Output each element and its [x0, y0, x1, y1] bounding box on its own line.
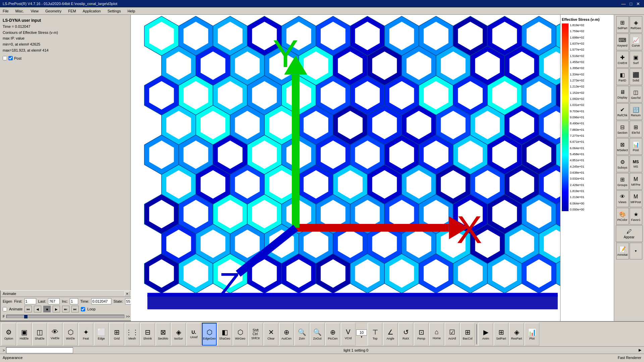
menu-view[interactable]: View	[29, 8, 40, 14]
zoout-button[interactable]: 🔍 ZoOut	[310, 323, 325, 346]
surf-button[interactable]: ▣ Surf	[630, 51, 642, 68]
animate-checkbox[interactable]	[3, 307, 7, 311]
timeline-right-arrow[interactable]: >>	[126, 315, 130, 318]
feat-button[interactable]: ✦ Feat	[78, 323, 93, 346]
autcen-button[interactable]: ⊕ AutCen	[279, 323, 294, 346]
selpart-button[interactable]: ⊞ SelPart	[616, 16, 629, 33]
annotat-label: Annotat	[617, 253, 628, 256]
step-forward-button[interactable]: ⏭	[62, 306, 69, 312]
maximize-button[interactable]: □	[628, 1, 634, 6]
menu-file[interactable]: File	[1, 8, 10, 14]
anim-button[interactable]: ▶ Anim	[478, 323, 493, 346]
appear-button[interactable]: 🖊 Appear	[616, 225, 643, 242]
actall-button[interactable]: ☑ ActAll	[445, 323, 460, 346]
views-button[interactable]: 👁 Views	[616, 190, 629, 207]
angle-button[interactable]: ∠ Angle	[383, 323, 398, 346]
option-button[interactable]: ⚙ Option	[1, 323, 16, 346]
menu-help[interactable]: Help	[126, 8, 137, 14]
time-input[interactable]	[91, 298, 111, 304]
plot-button[interactable]: 📊 Plot	[525, 323, 539, 346]
rotx-button[interactable]: ↺ RotX	[398, 323, 413, 346]
loop-checkbox[interactable]	[81, 307, 85, 311]
timeline-track[interactable]	[6, 315, 125, 318]
colorbar-svg	[562, 23, 569, 211]
eletol-button[interactable]: ⊞ EleTol	[630, 121, 642, 137]
expand-checkbox[interactable]	[3, 56, 7, 60]
display-button[interactable]: 🖥 Display	[616, 86, 629, 103]
scroll-right-button[interactable]: ▶	[639, 348, 641, 352]
first-input[interactable]	[24, 298, 36, 304]
vcrd-button[interactable]: V VCrd	[341, 323, 356, 346]
shageo-button[interactable]: ◧ ShaGeo	[217, 323, 232, 346]
dropdown-arrow-icon[interactable]: ▼	[360, 336, 363, 339]
inc-input[interactable]	[70, 298, 78, 304]
subsys-button[interactable]: ⚙ Subsys	[616, 156, 629, 172]
post-checkbox[interactable]	[8, 56, 13, 60]
colorbar-value-1: 1.759e+02	[570, 29, 584, 33]
keywrd-button[interactable]: ⌨ Keywrd	[616, 34, 629, 50]
partd-button[interactable]: ◧ PartD	[616, 68, 629, 85]
home-button[interactable]: ⌂ Home	[429, 323, 444, 346]
timeline-thumb[interactable]	[24, 315, 28, 318]
edggeo-button[interactable]: ⬡ EdgeGeo	[202, 323, 217, 346]
colorbar-value-15: 9.096e+01	[570, 116, 584, 119]
edge-button[interactable]: ⬜ Edge	[94, 323, 109, 346]
shaele-button[interactable]: ◫ ShaEle	[32, 323, 47, 346]
viewport[interactable]: X Y Z	[131, 15, 560, 321]
section-button[interactable]: ⊟ Section	[616, 121, 629, 137]
down-arrow-button[interactable]: ▼	[630, 243, 642, 259]
annotat-button[interactable]: 📝 Annotat	[616, 243, 629, 259]
shrink-button[interactable]: ⊟ Shrink	[140, 323, 155, 346]
top-button[interactable]: ⊤ Top	[368, 323, 382, 346]
grid-button[interactable]: ⊞ Grid	[109, 323, 124, 346]
creent-button[interactable]: ✚ CreEnt	[616, 51, 629, 68]
viele-button[interactable]: 👁 VieEle	[48, 323, 62, 346]
ms-button[interactable]: MS MS	[630, 156, 642, 172]
command-input[interactable]	[6, 347, 73, 353]
refchk-button[interactable]: ✔ RefChk	[616, 103, 629, 120]
persp-button[interactable]: ⊡ Persp	[414, 323, 429, 346]
solid-button[interactable]: ⬛ Solid	[630, 68, 642, 85]
menu-settings[interactable]: Settings	[106, 8, 122, 14]
mfpre-button[interactable]: M MFPre	[630, 173, 642, 190]
mesh-button[interactable]: ⋮⋮ Mesh	[125, 323, 140, 346]
selpart2-button[interactable]: ⊞ SelPart	[494, 323, 508, 346]
play-button[interactable]: ▶	[53, 306, 60, 312]
mfpost-button[interactable]: M MFPost	[630, 190, 642, 207]
menu-fem[interactable]: FEM	[67, 8, 77, 14]
isosur-button[interactable]: ◈ IsoSur	[171, 323, 186, 346]
last-input[interactable]	[48, 298, 60, 304]
close-button[interactable]: ✕	[635, 1, 641, 6]
stop-button[interactable]: ■	[43, 306, 51, 312]
piccen-button[interactable]: ⊕ PicCen	[325, 323, 340, 346]
wirele-button[interactable]: ⬡ WirEle	[63, 323, 78, 346]
menu-geometry[interactable]: Geometry	[44, 8, 63, 14]
number-field[interactable]	[356, 329, 367, 336]
mselect-button[interactable]: ⊠ MSelect	[616, 138, 629, 155]
unref-button[interactable]: U. Unref	[186, 323, 201, 346]
rewind-start-button[interactable]: ⏮	[24, 306, 32, 312]
refgeo-button[interactable]: ◈ RefGeo	[630, 16, 642, 33]
animate-close-button[interactable]: ✕	[124, 291, 130, 296]
groups-button[interactable]: ⊞ Groups	[616, 173, 629, 190]
respart-button[interactable]: ◈ ResPart	[509, 323, 524, 346]
baccol-icon: ⊞	[465, 328, 471, 336]
shfctr-button[interactable]: ShftCtrl ShfCtr	[248, 323, 263, 346]
minimize-button[interactable]: —	[620, 1, 627, 6]
post-button[interactable]: 📊 Post	[630, 138, 642, 155]
zoin-button[interactable]: 🔍 ZoIn	[294, 323, 309, 346]
favor1-button[interactable]: ★ Favor1	[630, 208, 642, 225]
renum-button[interactable]: 🔢 Renum	[630, 103, 642, 120]
forward-end-button[interactable]: ⏭	[71, 306, 79, 312]
rewind-button[interactable]: ◀	[34, 306, 41, 312]
wirgeo-button[interactable]: ⬡ WirGeo	[233, 323, 248, 346]
ptcolor-button[interactable]: 🎨 PtColor	[616, 208, 629, 225]
curve-button[interactable]: 📈 Curve	[630, 34, 642, 50]
sectmo-button[interactable]: ⊠ SectMo	[156, 323, 170, 346]
geotol-button[interactable]: ◫ GeoTol	[630, 86, 642, 103]
hidele-button[interactable]: ▣ HidEle	[17, 323, 32, 346]
menu-misc[interactable]: Misc.	[14, 8, 25, 14]
menu-application[interactable]: Application	[82, 8, 102, 14]
clear-button[interactable]: ✕ Clear	[264, 323, 278, 346]
baccol-button[interactable]: ⊞ BacCol	[460, 323, 475, 346]
